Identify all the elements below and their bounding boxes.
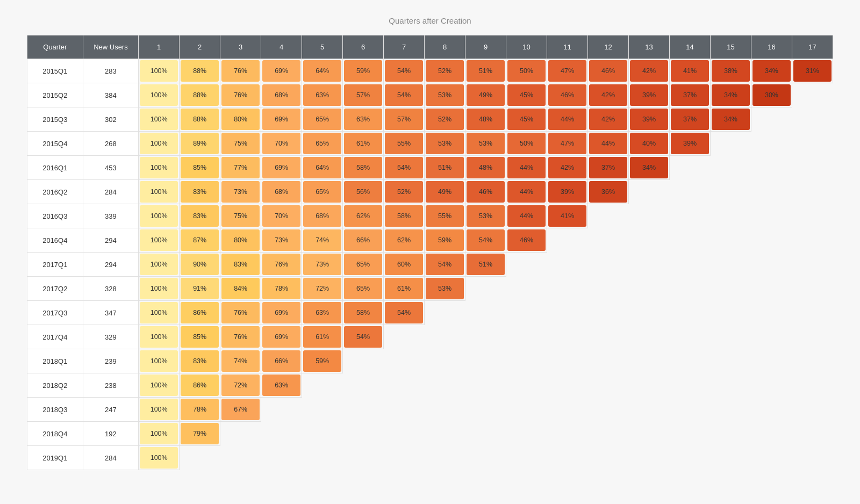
cell-value: 73% [261, 228, 302, 253]
cell-value: 83% [180, 204, 220, 228]
cell-value [588, 373, 629, 398]
cell-value: 64% [302, 59, 343, 83]
cell-value: 64% [302, 156, 343, 180]
cell-value [425, 325, 465, 349]
cell-value: 78% [261, 277, 302, 301]
cell-value: 40% [629, 132, 670, 156]
cell-quarter: 2017Q3 [27, 301, 83, 325]
cell-value [588, 277, 629, 301]
cell-value [547, 349, 588, 373]
cell-value [670, 422, 711, 446]
cell-value: 52% [384, 180, 425, 204]
cell-value [261, 398, 302, 422]
header-period: 9 [465, 35, 506, 59]
cell-value [302, 398, 343, 422]
cell-quarter: 2019Q1 [27, 446, 83, 470]
cell-value: 68% [302, 204, 343, 228]
cell-value: 83% [220, 253, 261, 277]
cell-value [588, 204, 629, 228]
cell-value: 83% [180, 180, 220, 204]
cell-value: 69% [261, 59, 302, 83]
cell-value: 42% [588, 107, 629, 132]
cell-value: 53% [425, 132, 465, 156]
cell-new-users: 239 [83, 349, 139, 373]
cell-value: 54% [384, 83, 425, 107]
header-period: 6 [343, 35, 384, 59]
cell-new-users: 294 [83, 253, 139, 277]
cell-value [384, 349, 425, 373]
table-row: 2018Q2238100%86%72%63% [27, 373, 833, 398]
cell-value: 100% [139, 325, 180, 349]
cell-value: 42% [547, 156, 588, 180]
cell-new-users: 347 [83, 301, 139, 325]
cell-quarter: 2015Q4 [27, 132, 83, 156]
cell-value [506, 373, 547, 398]
cell-value: 30% [751, 83, 792, 107]
cell-value [711, 325, 751, 349]
cell-value [751, 228, 792, 253]
header-period: 16 [751, 35, 792, 59]
header-period: 11 [547, 35, 588, 59]
cell-quarter: 2017Q4 [27, 325, 83, 349]
cell-value: 88% [180, 83, 220, 107]
cell-value: 76% [220, 301, 261, 325]
cell-new-users: 294 [83, 228, 139, 253]
cell-value: 65% [302, 107, 343, 132]
cell-value [751, 277, 792, 301]
cell-value: 58% [343, 301, 384, 325]
table-row: 2015Q1283100%88%76%69%64%59%54%52%51%50%… [27, 59, 833, 83]
cell-quarter: 2018Q3 [27, 398, 83, 422]
cell-value: 100% [139, 301, 180, 325]
cell-value [792, 204, 833, 228]
cell-value [711, 373, 751, 398]
cell-value: 80% [220, 107, 261, 132]
cell-value: 61% [384, 277, 425, 301]
cell-value: 66% [343, 228, 384, 253]
cell-value: 45% [506, 107, 547, 132]
cell-value: 74% [220, 349, 261, 373]
table-row: 2016Q3339100%83%75%70%68%62%58%55%53%44%… [27, 204, 833, 228]
cell-value [670, 204, 711, 228]
cell-value: 49% [465, 83, 506, 107]
cell-value [465, 398, 506, 422]
table-row: 2017Q1294100%90%83%76%73%65%60%54%51% [27, 253, 833, 277]
cell-value [343, 422, 384, 446]
cell-value: 37% [588, 156, 629, 180]
cell-value [547, 228, 588, 253]
cell-value [465, 446, 506, 470]
cell-value [792, 83, 833, 107]
cell-value: 68% [261, 180, 302, 204]
cell-value: 52% [425, 107, 465, 132]
table-row: 2017Q2328100%91%84%78%72%65%61%53% [27, 277, 833, 301]
cell-value: 54% [343, 325, 384, 349]
cell-value [629, 277, 670, 301]
cell-value [711, 301, 751, 325]
cell-value [465, 301, 506, 325]
cell-value [465, 277, 506, 301]
cell-value [343, 349, 384, 373]
cell-value [751, 204, 792, 228]
cell-value: 53% [425, 277, 465, 301]
table-row: 2015Q4268100%89%75%70%65%61%55%53%53%50%… [27, 132, 833, 156]
cell-value [506, 253, 547, 277]
cell-value: 68% [261, 83, 302, 107]
cell-value [588, 253, 629, 277]
cell-value [670, 446, 711, 470]
header-period: 2 [180, 35, 220, 59]
cohort-table: Quarter New Users 1234567891011121314151… [27, 35, 833, 470]
cell-value: 73% [302, 253, 343, 277]
cell-value [220, 446, 261, 470]
cell-quarter: 2016Q1 [27, 156, 83, 180]
cell-value [670, 398, 711, 422]
cell-value [180, 446, 220, 470]
cell-value: 54% [384, 301, 425, 325]
cell-quarter: 2017Q1 [27, 253, 83, 277]
header-new-users: New Users [83, 35, 139, 59]
cell-value: 65% [302, 180, 343, 204]
cell-value [547, 446, 588, 470]
cell-value [751, 156, 792, 180]
cell-value: 63% [261, 373, 302, 398]
cell-value [343, 446, 384, 470]
cell-value: 69% [261, 301, 302, 325]
cell-value: 53% [465, 204, 506, 228]
